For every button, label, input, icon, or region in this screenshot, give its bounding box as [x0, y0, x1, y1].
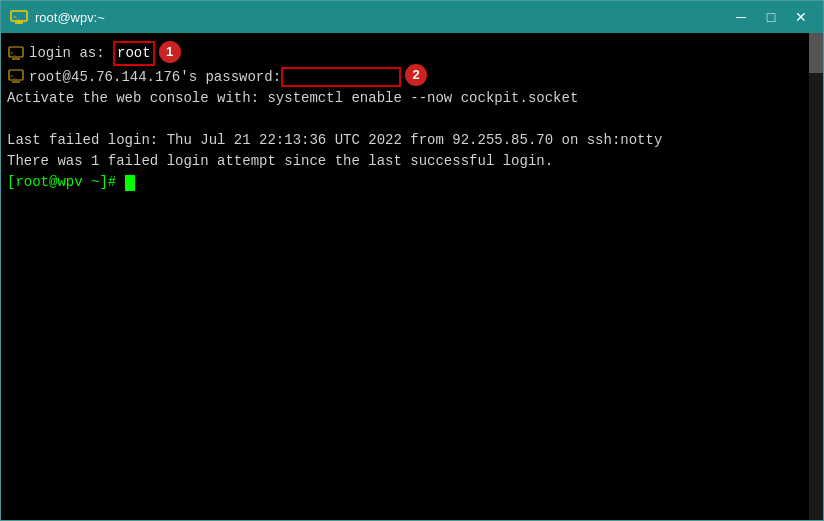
- terminal-icon: >_: [9, 7, 29, 27]
- activate-line: Activate the web console with: systemctl…: [7, 88, 817, 109]
- password-label: root@45.76.144.176's password:: [29, 67, 281, 88]
- login-as-label: login as:: [29, 43, 113, 64]
- last-failed-text: Last failed login: Thu Jul 21 22:13:36 U…: [7, 130, 662, 151]
- svg-text:>_: >_: [13, 14, 21, 21]
- activate-text: Activate the web console with: systemctl…: [7, 88, 578, 109]
- password-input-box: [281, 67, 401, 87]
- scrollbar[interactable]: [809, 33, 823, 520]
- badge-2: 2: [405, 64, 427, 86]
- login-line: >_ login as: root 1: [7, 41, 817, 66]
- title-bar-controls: ─ □ ✕: [727, 6, 815, 28]
- svg-text:>_: >_: [10, 73, 17, 80]
- prompt-line: [root@wpv ~]#: [7, 172, 817, 193]
- prompt-text: [root@wpv ~]#: [7, 172, 125, 193]
- title-bar: >_ root@wpv:~ ─ □ ✕: [1, 1, 823, 33]
- terminal-body[interactable]: >_ login as: root 1 >_ root@45.76.144.17…: [1, 33, 823, 520]
- window-title: root@wpv:~: [35, 10, 105, 25]
- scrollbar-thumb[interactable]: [809, 33, 823, 73]
- terminal-window: >_ root@wpv:~ ─ □ ✕ >_ login as: root 1: [0, 0, 824, 521]
- failed-attempt-line: There was 1 failed login attempt since t…: [7, 151, 817, 172]
- blank-line: [7, 109, 817, 130]
- badge-1: 1: [159, 41, 181, 63]
- failed-attempt-text: There was 1 failed login attempt since t…: [7, 151, 553, 172]
- password-line: >_ root@45.76.144.176's password: 2: [7, 66, 817, 88]
- minimize-button[interactable]: ─: [727, 6, 755, 28]
- last-failed-line: Last failed login: Thu Jul 21 22:13:36 U…: [7, 130, 817, 151]
- close-button[interactable]: ✕: [787, 6, 815, 28]
- cursor-block: [125, 175, 135, 191]
- maximize-button[interactable]: □: [757, 6, 785, 28]
- login-value: root: [113, 41, 155, 66]
- svg-text:>_: >_: [10, 50, 17, 57]
- title-bar-left: >_ root@wpv:~: [9, 7, 105, 27]
